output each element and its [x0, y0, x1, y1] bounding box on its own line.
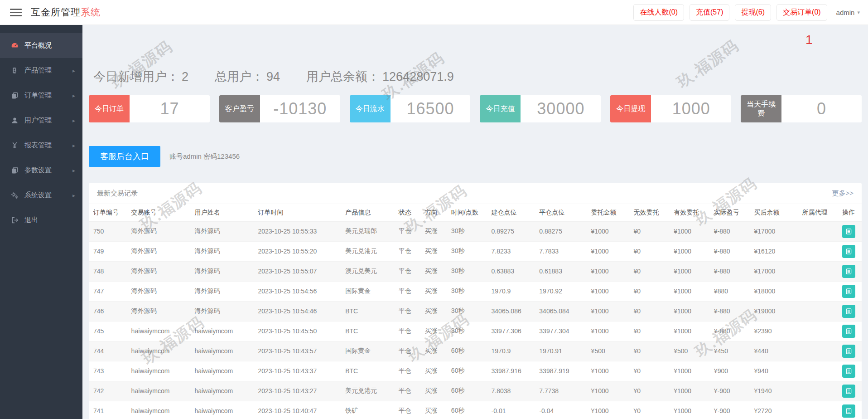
col-direction: 方向	[420, 204, 447, 221]
chevron-right-icon: ▸	[72, 93, 75, 99]
sidebar-item-platform-overview[interactable]: 平台概况	[0, 33, 82, 58]
col-valid-entrust: 有效委托	[669, 204, 709, 221]
header-stat-button-1[interactable]: 充值(57)	[690, 4, 729, 21]
stat-card-3: 今日充值30000	[480, 95, 601, 122]
order-detail-button[interactable]	[842, 365, 855, 378]
cell-action	[838, 401, 862, 419]
cell-agent	[797, 241, 838, 261]
order-detail-button[interactable]	[842, 345, 855, 358]
cell-entrust-amount: ¥1000	[587, 401, 629, 419]
cell-direction: 买涨	[420, 321, 447, 341]
cell-duration: 30秒	[447, 321, 487, 341]
more-link[interactable]: 更多>>	[832, 189, 854, 198]
col-actual-profit: 实际盈亏	[709, 204, 750, 221]
order-detail-button[interactable]	[842, 285, 855, 298]
order-detail-button[interactable]	[842, 305, 855, 318]
cell-account: 海外源码	[127, 301, 190, 321]
files-icon	[10, 92, 19, 100]
cell-duration: 30秒	[447, 241, 487, 261]
cell-status: 平仓	[394, 381, 420, 401]
cell-direction: 买涨	[420, 401, 447, 419]
sidebar-item-user-management[interactable]: 用户管理▸	[0, 108, 82, 133]
signout-icon	[10, 216, 19, 224]
sidebar-item-product-management[interactable]: 产品管理▸	[0, 58, 82, 83]
cell-actual-profit: ¥-880	[709, 321, 750, 341]
cell-duration: 60秒	[447, 381, 487, 401]
sidebar-item-logout[interactable]: 退出	[0, 208, 82, 233]
cell-duration: 30秒	[447, 281, 487, 301]
cell-username: haiwaiymcom	[190, 321, 253, 341]
order-detail-button[interactable]	[842, 385, 855, 398]
cell-username: haiwaiymcom	[190, 401, 253, 419]
cell-valid-entrust: ¥1000	[669, 381, 709, 401]
cell-status: 平仓	[394, 321, 420, 341]
cell-open-price: 7.8038	[487, 381, 535, 401]
cell-duration: 30秒	[447, 221, 487, 241]
cell-valid-entrust: ¥1000	[669, 401, 709, 419]
cell-product: 澳元兑美元	[341, 261, 394, 281]
menu-toggle-icon[interactable]	[10, 7, 22, 18]
header-stat-button-2[interactable]: 提现(6)	[735, 4, 771, 21]
cell-close-price: 1970.91	[535, 341, 586, 361]
overview-stat-0: 今日新增用户：2	[93, 70, 188, 83]
stat-value: 94	[266, 70, 280, 83]
cell-close-price: 33987.919	[535, 361, 586, 381]
sidebar-item-parameter-settings[interactable]: 参数设置▸	[0, 158, 82, 183]
cell-username: 海外源码	[190, 301, 253, 321]
cell-username: 海外源码	[190, 281, 253, 301]
cell-direction: 买涨	[420, 221, 447, 241]
cell-product: 美元兑港元	[341, 241, 394, 261]
table-row: 741haiwaiymcomhaiwaiymcom2023-10-25 10:4…	[89, 401, 862, 419]
header-stat-button-3[interactable]: 交易订单(0)	[776, 4, 827, 21]
cell-order-id: 743	[89, 361, 127, 381]
cell-username: 海外源码	[190, 261, 253, 281]
cell-invalid-entrust: ¥0	[629, 221, 669, 241]
chevron-right-icon: ▸	[72, 117, 75, 124]
cell-entrust-amount: ¥1000	[587, 281, 629, 301]
cell-account: 海外源码	[127, 281, 190, 301]
header-stat-button-0[interactable]: 在线人数(0)	[633, 4, 684, 21]
order-detail-button[interactable]	[842, 265, 855, 278]
cell-close-price: 7.7833	[535, 241, 586, 261]
service-portal-button[interactable]: 客服后台入口	[89, 146, 160, 167]
order-detail-button[interactable]	[842, 225, 855, 238]
sidebar-item-label: 平台概况	[24, 41, 52, 50]
admin-menu[interactable]: admin ▾	[836, 9, 860, 16]
sidebar-item-label: 用户管理	[24, 116, 52, 125]
cell-open-price: 1970.9	[487, 281, 535, 301]
stat-card-4: 今日提现1000	[610, 95, 731, 122]
cell-status: 平仓	[394, 281, 420, 301]
admin-username: admin	[836, 9, 855, 16]
cell-order-id: 747	[89, 281, 127, 301]
cell-close-price: 0.61883	[535, 261, 586, 281]
cell-actual-profit: ¥-900	[709, 401, 750, 419]
cell-username: haiwaiymcom	[190, 361, 253, 381]
cell-actual-profit: ¥-880	[709, 261, 750, 281]
cell-valid-entrust: ¥1000	[669, 241, 709, 261]
top-header: 互金所管理系统 在线人数(0)充值(57)提现(6)交易订单(0) admin …	[0, 0, 868, 25]
order-detail-button[interactable]	[842, 404, 855, 418]
sidebar-item-report-management[interactable]: 报表管理▸	[0, 133, 82, 158]
card-label: 今日流水	[350, 95, 391, 122]
title-main: 互金所管理	[31, 7, 81, 17]
stat-card-2: 今日流水16500	[350, 95, 471, 122]
cell-valid-entrust: ¥1000	[669, 361, 709, 381]
sidebar-item-order-management[interactable]: 订单管理▸	[0, 83, 82, 108]
cell-duration: 60秒	[447, 401, 487, 419]
overview-stats: 今日新增用户：2总用户：94用户总余额：126428071.9	[89, 68, 862, 85]
cell-invalid-entrust: ¥0	[629, 361, 669, 381]
card-label: 今日充值	[480, 95, 521, 122]
files-icon	[10, 166, 19, 175]
chevron-right-icon: ▸	[72, 68, 75, 74]
order-detail-button[interactable]	[842, 325, 855, 338]
sidebar-item-system-settings[interactable]: 系统设置▸	[0, 183, 82, 208]
cell-order-time: 2023-10-25 10:55:07	[253, 261, 341, 281]
chevron-right-icon: ▸	[72, 192, 75, 199]
cell-order-time: 2023-10-25 10:43:57	[253, 341, 341, 361]
cell-open-price: 33987.916	[487, 361, 535, 381]
col-order-time: 订单时间	[253, 204, 341, 221]
col-status: 状态	[394, 204, 420, 221]
cell-valid-entrust: ¥500	[669, 341, 709, 361]
cell-order-id: 745	[89, 321, 127, 341]
order-detail-button[interactable]	[842, 245, 855, 258]
